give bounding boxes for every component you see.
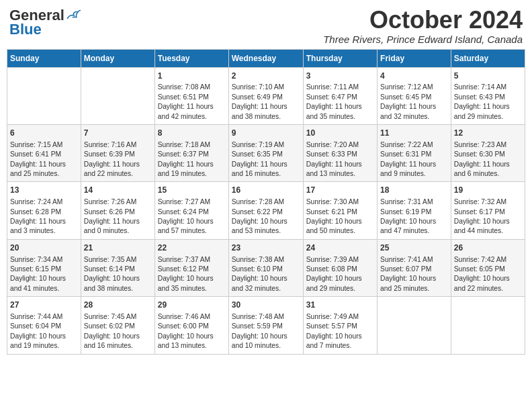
sunrise-text: Sunrise: 7:44 AM: [10, 312, 78, 322]
sunrise-text: Sunrise: 7:41 AM: [380, 255, 448, 265]
sunrise-text: Sunrise: 7:35 AM: [84, 255, 152, 265]
cell-content: Sunrise: 7:48 AMSunset: 5:59 PMDaylight:…: [232, 312, 300, 351]
day-number: 13: [10, 185, 78, 196]
sunrise-text: Sunrise: 7:15 AM: [10, 140, 78, 150]
sunrise-text: Sunrise: 7:48 AM: [232, 312, 300, 322]
daylight-text: Daylight: 10 hours and 29 minutes.: [306, 274, 374, 293]
calendar-cell: 11Sunrise: 7:22 AMSunset: 6:31 PMDayligh…: [378, 125, 451, 182]
sunrise-text: Sunrise: 7:42 AM: [454, 255, 522, 265]
sunset-text: Sunset: 6:17 PM: [454, 208, 522, 217]
day-number: 23: [232, 242, 300, 254]
day-number: 2: [232, 71, 300, 82]
day-number: 18: [380, 185, 448, 196]
calendar-cell: 29Sunrise: 7:46 AMSunset: 6:00 PMDayligh…: [154, 297, 228, 354]
cell-content: Sunrise: 7:10 AMSunset: 6:49 PMDaylight:…: [232, 83, 300, 122]
daylight-text: Daylight: 11 hours and 29 minutes.: [454, 102, 522, 122]
sunrise-text: Sunrise: 7:45 AM: [84, 312, 152, 322]
daylight-text: Daylight: 10 hours and 35 minutes.: [158, 274, 226, 293]
calendar-cell: 12Sunrise: 7:23 AMSunset: 6:30 PMDayligh…: [451, 125, 525, 182]
cell-content: Sunrise: 7:32 AMSunset: 6:17 PMDaylight:…: [454, 197, 522, 236]
sunset-text: Sunset: 6:12 PM: [158, 265, 226, 274]
sunset-text: Sunset: 6:24 PM: [158, 208, 226, 217]
logo-bird-icon: [66, 9, 81, 21]
sunrise-text: Sunrise: 7:12 AM: [380, 83, 448, 92]
sunset-text: Sunset: 6:39 PM: [84, 150, 152, 159]
sunset-text: Sunset: 6:21 PM: [306, 208, 374, 217]
cell-content: Sunrise: 7:30 AMSunset: 6:21 PMDaylight:…: [306, 197, 374, 236]
col-header-wednesday: Wednesday: [228, 49, 303, 67]
cell-content: Sunrise: 7:41 AMSunset: 6:07 PMDaylight:…: [380, 255, 448, 294]
sunrise-text: Sunrise: 7:39 AM: [306, 255, 374, 265]
calendar-cell: 16Sunrise: 7:28 AMSunset: 6:22 PMDayligh…: [228, 182, 303, 239]
day-number: 9: [232, 128, 300, 139]
calendar-cell: 8Sunrise: 7:18 AMSunset: 6:37 PMDaylight…: [154, 125, 228, 182]
daylight-text: Daylight: 11 hours and 22 minutes.: [84, 160, 152, 179]
calendar-cell: 21Sunrise: 7:35 AMSunset: 6:14 PMDayligh…: [81, 239, 154, 296]
sunset-text: Sunset: 6:05 PM: [454, 265, 522, 274]
sunset-text: Sunset: 6:31 PM: [380, 150, 448, 159]
sunset-text: Sunset: 5:57 PM: [306, 322, 374, 331]
month-title: October 2024: [323, 7, 523, 34]
daylight-text: Daylight: 11 hours and 19 minutes.: [158, 160, 226, 179]
calendar-cell: 27Sunrise: 7:44 AMSunset: 6:04 PMDayligh…: [7, 297, 81, 354]
sunset-text: Sunset: 6:37 PM: [158, 150, 226, 159]
sunset-text: Sunset: 6:04 PM: [10, 322, 78, 331]
calendar-cell: 1Sunrise: 7:08 AMSunset: 6:51 PMDaylight…: [154, 67, 228, 124]
sunrise-text: Sunrise: 7:34 AM: [10, 255, 78, 265]
sunset-text: Sunset: 6:15 PM: [10, 265, 78, 274]
daylight-text: Daylight: 11 hours and 6 minutes.: [454, 160, 522, 179]
calendar-cell: 14Sunrise: 7:26 AMSunset: 6:26 PMDayligh…: [81, 182, 154, 239]
week-row-1: 1Sunrise: 7:08 AMSunset: 6:51 PMDaylight…: [7, 67, 525, 124]
day-number: 10: [306, 128, 374, 139]
day-number: 22: [158, 242, 226, 254]
daylight-text: Daylight: 11 hours and 42 minutes.: [158, 102, 226, 122]
col-header-friday: Friday: [378, 49, 451, 67]
cell-content: Sunrise: 7:23 AMSunset: 6:30 PMDaylight:…: [454, 140, 522, 179]
calendar-cell: 15Sunrise: 7:27 AMSunset: 6:24 PMDayligh…: [154, 182, 228, 239]
calendar-cell: 2Sunrise: 7:10 AMSunset: 6:49 PMDaylight…: [228, 67, 303, 124]
sunset-text: Sunset: 6:51 PM: [158, 93, 226, 102]
sunrise-text: Sunrise: 7:18 AM: [158, 140, 226, 150]
calendar-cell: 18Sunrise: 7:31 AMSunset: 6:19 PMDayligh…: [378, 182, 451, 239]
day-number: 26: [454, 242, 522, 254]
cell-content: Sunrise: 7:14 AMSunset: 6:43 PMDaylight:…: [454, 83, 522, 122]
daylight-text: Daylight: 11 hours and 35 minutes.: [306, 102, 374, 122]
cell-content: Sunrise: 7:31 AMSunset: 6:19 PMDaylight:…: [380, 197, 448, 236]
cell-content: Sunrise: 7:19 AMSunset: 6:35 PMDaylight:…: [232, 140, 300, 179]
daylight-text: Daylight: 10 hours and 22 minutes.: [454, 274, 522, 293]
sunset-text: Sunset: 5:59 PM: [232, 322, 300, 331]
sunrise-text: Sunrise: 7:49 AM: [306, 312, 374, 322]
calendar-cell: 6Sunrise: 7:15 AMSunset: 6:41 PMDaylight…: [7, 125, 81, 182]
calendar-cell: 10Sunrise: 7:20 AMSunset: 6:33 PMDayligh…: [303, 125, 377, 182]
daylight-text: Daylight: 10 hours and 32 minutes.: [232, 274, 300, 293]
day-number: 14: [84, 185, 152, 196]
cell-content: Sunrise: 7:39 AMSunset: 6:08 PMDaylight:…: [306, 255, 374, 294]
day-number: 21: [84, 242, 152, 254]
day-number: 16: [232, 185, 300, 196]
cell-content: Sunrise: 7:46 AMSunset: 6:00 PMDaylight:…: [158, 312, 226, 351]
day-number: 7: [84, 128, 152, 139]
calendar-cell: 30Sunrise: 7:48 AMSunset: 5:59 PMDayligh…: [228, 297, 303, 354]
day-number: 19: [454, 185, 522, 196]
sunrise-text: Sunrise: 7:32 AM: [454, 197, 522, 207]
day-number: 20: [10, 242, 78, 254]
daylight-text: Daylight: 11 hours and 0 minutes.: [84, 217, 152, 236]
calendar-cell: [7, 67, 81, 124]
calendar-cell: 24Sunrise: 7:39 AMSunset: 6:08 PMDayligh…: [303, 239, 377, 296]
sunset-text: Sunset: 6:00 PM: [158, 322, 226, 331]
day-number: 5: [454, 71, 522, 82]
day-number: 30: [232, 300, 300, 311]
cell-content: Sunrise: 7:45 AMSunset: 6:02 PMDaylight:…: [84, 312, 152, 351]
week-row-2: 6Sunrise: 7:15 AMSunset: 6:41 PMDaylight…: [7, 125, 525, 182]
day-number: 17: [306, 185, 374, 196]
calendar-header-row: SundayMondayTuesdayWednesdayThursdayFrid…: [7, 49, 525, 67]
calendar-cell: 13Sunrise: 7:24 AMSunset: 6:28 PMDayligh…: [7, 182, 81, 239]
day-number: 25: [380, 242, 448, 254]
daylight-text: Daylight: 11 hours and 32 minutes.: [380, 102, 448, 122]
logo-text-blue: Blue: [9, 21, 81, 38]
daylight-text: Daylight: 10 hours and 47 minutes.: [380, 217, 448, 236]
sunrise-text: Sunrise: 7:08 AM: [158, 83, 226, 92]
cell-content: Sunrise: 7:18 AMSunset: 6:37 PMDaylight:…: [158, 140, 226, 179]
location-subtitle: Three Rivers, Prince Edward Island, Cana…: [323, 34, 523, 45]
day-number: 3: [306, 71, 374, 82]
